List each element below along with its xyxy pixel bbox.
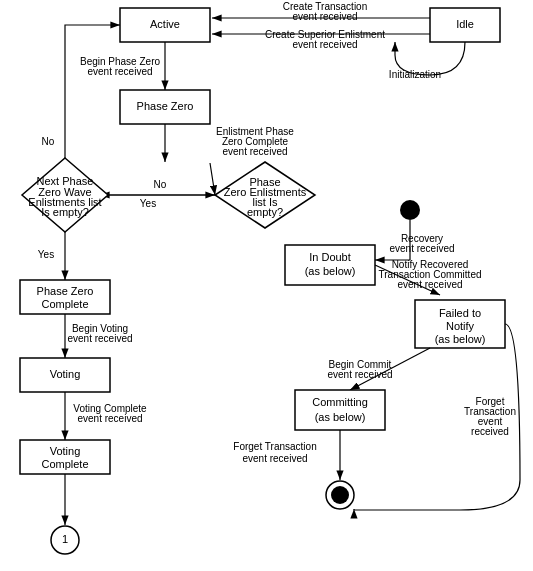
vc-label1: Voting <box>50 445 81 457</box>
edge-event-received4: event received <box>222 146 287 157</box>
edge-event-received3: event received <box>87 66 152 77</box>
svg-line-5 <box>210 163 215 195</box>
page-connector-label: 1 <box>62 533 68 545</box>
id-label2: (as below) <box>305 265 356 277</box>
edge-no1: No <box>154 179 167 190</box>
edge-event-received6: event received <box>77 413 142 424</box>
idle-label: Idle <box>456 18 474 30</box>
edge-initialization: Initialization <box>389 69 441 80</box>
pze-label4: empty? <box>247 206 283 218</box>
edge-event-received8: event received <box>397 279 462 290</box>
edge-no2: No <box>42 136 55 147</box>
id-label1: In Doubt <box>309 251 351 263</box>
end-state-inner <box>331 486 349 504</box>
edge-event-received5: event received <box>67 333 132 344</box>
ftn-label3: (as below) <box>435 333 486 345</box>
diagram-svg: Idle Active Create Transaction event rec… <box>0 0 533 571</box>
pzc-label2: Complete <box>41 298 88 310</box>
edge-yes2: Yes <box>38 249 54 260</box>
edge-forget-tx1: Forget Transaction <box>233 441 316 452</box>
edge-event-received11b: received <box>471 426 509 437</box>
edge-event-received2: event received <box>292 39 357 50</box>
active-label: Active <box>150 18 180 30</box>
edge-yes1: Yes <box>140 198 156 209</box>
ftn-label2: Notify <box>446 320 475 332</box>
c-label1: Committing <box>312 396 368 408</box>
pzc-label1: Phase Zero <box>37 285 94 297</box>
recovery-dot <box>400 200 420 220</box>
npzw-label4: Is empty? <box>41 206 89 218</box>
edge-event-received7: event received <box>389 243 454 254</box>
edge-event-received9: event received <box>327 369 392 380</box>
c-label2: (as below) <box>315 411 366 423</box>
edge-event-received1: event received <box>292 11 357 22</box>
ftn-label1: Failed to <box>439 307 481 319</box>
vc-label2: Complete <box>41 458 88 470</box>
phase-zero-label: Phase Zero <box>137 100 194 112</box>
voting-label: Voting <box>50 368 81 380</box>
edge-event-received10: event received <box>242 453 307 464</box>
